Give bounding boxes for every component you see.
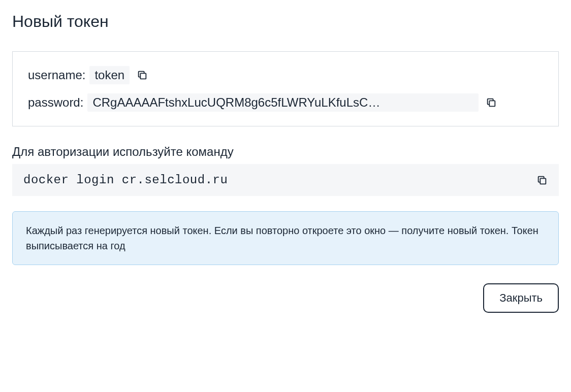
username-label: username: <box>28 68 85 82</box>
command-text: docker login cr.selcloud.ru <box>23 173 228 187</box>
svg-rect-2 <box>540 178 546 184</box>
svg-rect-0 <box>140 73 146 79</box>
password-value: CRgAAAAAFtshxLucUQRM8g6c5fLWRYuLKfuLsC… <box>87 93 479 112</box>
copy-icon <box>137 70 148 81</box>
username-value: token <box>89 66 130 84</box>
command-box: docker login cr.selcloud.ru <box>12 164 559 196</box>
copy-icon <box>486 97 497 108</box>
credentials-box: username: token password: CRgAAAAAFtshxL… <box>12 51 559 126</box>
password-row: password: CRgAAAAAFtshxLucUQRM8g6c5fLWRY… <box>28 93 543 112</box>
copy-command-button[interactable] <box>536 175 548 186</box>
dialog-footer: Закрыть <box>12 283 559 313</box>
instruction-text: Для авторизации используйте команду <box>12 145 559 159</box>
info-text: Каждый раз генерируется новый токен. Есл… <box>26 223 545 253</box>
copy-password-button[interactable] <box>486 97 497 108</box>
copy-username-button[interactable] <box>137 70 148 81</box>
info-box: Каждый раз генерируется новый токен. Есл… <box>12 211 559 265</box>
dialog-title: Новый токен <box>12 12 559 31</box>
password-label: password: <box>28 95 83 110</box>
copy-icon <box>536 175 548 186</box>
username-row: username: token <box>28 66 543 84</box>
svg-rect-1 <box>490 101 495 106</box>
close-button[interactable]: Закрыть <box>483 283 559 313</box>
